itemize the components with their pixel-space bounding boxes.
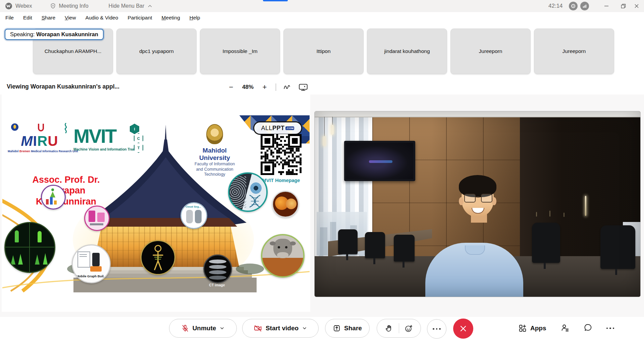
university-block: Mahidol University Faculty of Informatio… xyxy=(188,124,241,177)
chat-bubble-icon xyxy=(584,323,592,332)
meeting-info-button[interactable]: Meeting Info xyxy=(50,3,89,9)
close-button[interactable] xyxy=(629,0,644,12)
bottle-glint xyxy=(564,213,565,217)
more-panels-button[interactable] xyxy=(606,328,614,329)
reactions-pill xyxy=(377,319,421,338)
participant-name: Ittipon xyxy=(316,48,330,54)
pendant-cord xyxy=(324,117,325,137)
miru-logo: MIRU Mahidol Bremen Medical Informatics … xyxy=(8,123,71,153)
menu-meeting[interactable]: Meeting xyxy=(162,15,180,21)
participant-name: Impossible _Im xyxy=(222,48,257,54)
building-silhouette xyxy=(320,227,327,255)
chevron-down-icon[interactable] xyxy=(219,326,225,331)
figure-body xyxy=(50,191,55,197)
top-accent-indicator xyxy=(263,0,288,1)
webex-logo-icon xyxy=(5,2,13,10)
ellipsis-icon xyxy=(606,328,614,329)
menu-edit[interactable]: Edit xyxy=(23,15,32,21)
menu-file[interactable]: File xyxy=(5,15,14,21)
participant-tile[interactable]: dpc1 yupaporn xyxy=(116,28,197,74)
research-circle-cow xyxy=(261,234,305,278)
raise-hand-button[interactable] xyxy=(379,324,399,333)
remote-control-icon[interactable] xyxy=(298,83,308,92)
leave-meeting-button[interactable] xyxy=(453,319,473,339)
pendant-cord xyxy=(332,117,333,125)
cow-eye xyxy=(285,246,287,248)
minimize-button[interactable] xyxy=(599,0,614,12)
mobile-graph-label: Mobile Graph Buil... xyxy=(72,274,111,278)
glasses-bridge xyxy=(476,196,480,197)
lab-bench xyxy=(90,223,103,225)
participant-tile[interactable]: Jureeporn xyxy=(450,28,531,74)
research-circle-cloud-seg: Cloud Seg... xyxy=(180,202,207,229)
eye-iris xyxy=(250,182,262,194)
participant-tile[interactable]: jindarat kouhathong xyxy=(367,28,447,74)
menu-help[interactable]: Help xyxy=(190,15,200,21)
chat-panel-button[interactable] xyxy=(584,323,592,333)
control-bar: Unmute Start video Share xyxy=(0,317,644,342)
app-brand: Webex xyxy=(5,2,32,10)
research-circle-gait xyxy=(4,222,55,273)
annotate-icon[interactable] xyxy=(283,83,291,92)
meeting-timer: 42:14 xyxy=(548,3,563,9)
menu-participant[interactable]: Participant xyxy=(127,15,152,21)
van-shape xyxy=(90,266,102,272)
shield-icon xyxy=(50,3,56,9)
participant-tile[interactable]: Ittipon xyxy=(283,28,364,74)
share-button[interactable]: Share xyxy=(325,319,370,338)
raise-hand-icon xyxy=(385,324,393,333)
tree xyxy=(18,254,23,265)
menu-view[interactable]: View xyxy=(65,15,76,21)
research-circle-retina xyxy=(272,191,299,218)
cow-muzzle xyxy=(277,252,288,258)
panel-tools: Apps xyxy=(518,319,614,338)
miru-tagline: Mahidol Bremen Medical Informatics Resea… xyxy=(8,150,71,153)
hide-menu-bar-button[interactable]: Hide Menu Bar xyxy=(109,3,153,9)
apps-button[interactable]: Apps xyxy=(518,324,546,333)
participant-tile[interactable]: Impossible _Im xyxy=(200,28,280,74)
allppt-badge: ALLPPT.COM xyxy=(253,121,302,135)
tree xyxy=(35,254,40,265)
menu-audio-video[interactable]: Audio & Video xyxy=(85,15,118,21)
title-bar: Webex Meeting Info Hide Menu Bar 42:14 xyxy=(0,0,644,12)
chevron-down-icon[interactable] xyxy=(302,326,307,331)
start-video-button[interactable]: Start video xyxy=(242,319,319,338)
participant-name: Chuckaphun ARAMPH... xyxy=(45,48,102,54)
participant-tile[interactable]: Jureeporn xyxy=(534,28,614,74)
restore-button[interactable] xyxy=(616,0,631,12)
more-options-button[interactable] xyxy=(427,319,446,339)
app-name: Webex xyxy=(15,3,32,9)
zoom-level[interactable]: 48% xyxy=(242,84,254,91)
connection-quality-icon[interactable] xyxy=(580,2,589,10)
ct-bone xyxy=(195,210,202,223)
apps-label: Apps xyxy=(530,325,546,332)
lab-machine xyxy=(97,213,105,222)
grid-line xyxy=(29,223,30,272)
participant-strip: Chuckaphun ARAMPH... dpc1 yupaporn Impos… xyxy=(33,28,614,74)
meeting-info-label: Meeting Info xyxy=(59,3,89,9)
floor-lamp xyxy=(585,196,586,216)
qr-block: MVIT Homepage xyxy=(260,134,302,183)
office-chair xyxy=(338,229,358,254)
participants-panel-button[interactable] xyxy=(560,323,570,334)
menu-share[interactable]: Share xyxy=(42,15,55,21)
office-chair xyxy=(532,223,560,263)
figure-head xyxy=(51,188,54,191)
zoom-in-button[interactable]: + xyxy=(260,83,269,92)
bottle-glint xyxy=(549,211,550,217)
zoom-out-button[interactable]: − xyxy=(227,83,235,92)
participant-name: jindarat kouhathong xyxy=(384,48,430,54)
miru-letter: I xyxy=(33,133,37,149)
record-indicator-icon[interactable] xyxy=(569,2,578,10)
bar xyxy=(54,201,57,205)
unmute-button[interactable]: Unmute xyxy=(169,319,237,338)
qr-caption: MVIT Homepage xyxy=(260,178,302,183)
allppt-text: ALL xyxy=(261,125,273,132)
reactions-button[interactable] xyxy=(399,324,419,333)
start-video-label: Start video xyxy=(266,325,299,332)
retina-disc xyxy=(286,198,297,209)
share-label: Share xyxy=(344,325,362,332)
mic-muted-icon xyxy=(181,324,189,332)
webcam-video-worapan[interactable] xyxy=(314,111,641,297)
ct-image-label: CT image xyxy=(190,283,244,287)
